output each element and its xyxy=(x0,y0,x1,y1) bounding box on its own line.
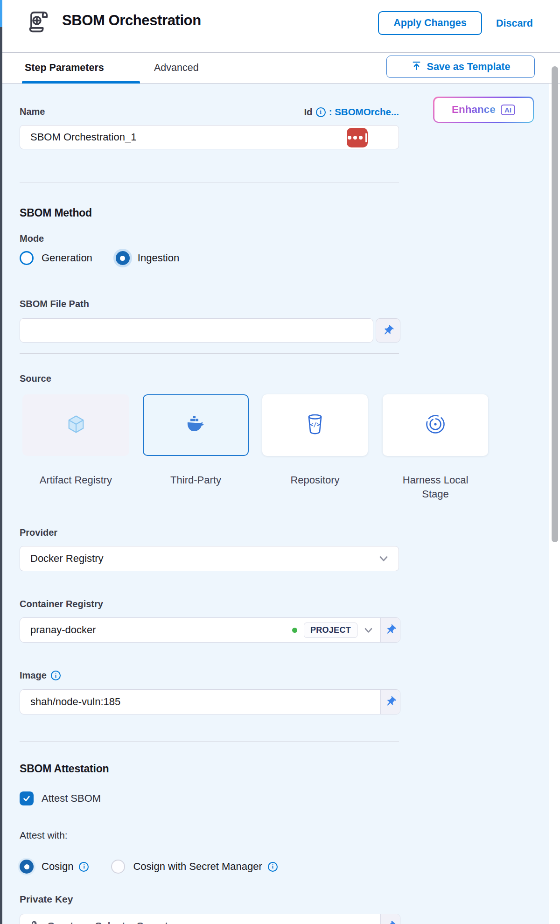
radio-dot xyxy=(24,864,29,869)
container-registry-input-group: pranay-docker PROJECT xyxy=(20,617,400,643)
divider xyxy=(20,741,399,742)
dot xyxy=(353,136,357,140)
dot xyxy=(348,136,351,140)
dot xyxy=(359,136,363,140)
container-registry-value: pranay-docker xyxy=(30,624,286,636)
chevron-down-icon[interactable] xyxy=(379,553,388,565)
attest-with-label: Attest with: xyxy=(20,830,68,841)
image-pin-button[interactable] xyxy=(380,690,400,714)
source-label: Source xyxy=(20,373,51,384)
sbom-orchestration-panel: SBOM Orchestration Apply Changes Discard… xyxy=(0,0,560,924)
cube-icon xyxy=(65,413,87,437)
svg-text:</>: </> xyxy=(310,421,320,428)
radio-cosign[interactable] xyxy=(20,860,34,874)
source-card-harness-local-stage[interactable] xyxy=(383,394,488,456)
discard-button[interactable]: Discard xyxy=(496,18,533,29)
private-key-pin-button[interactable] xyxy=(380,914,400,924)
docker-icon xyxy=(184,414,208,436)
provider-value: Docker Registry xyxy=(30,553,103,565)
radio-generation[interactable] xyxy=(20,251,34,265)
ai-badge: AI xyxy=(501,105,515,115)
image-value: shah/node-vuln:185 xyxy=(30,696,373,708)
private-key-secret-input[interactable]: Create or Select a Secret xyxy=(20,914,380,924)
mode-radio-group: Generation Ingestion xyxy=(20,251,179,265)
mode-label: Mode xyxy=(20,233,44,244)
apply-changes-button[interactable]: Apply Changes xyxy=(378,11,482,35)
divider xyxy=(20,182,399,182)
container-registry-pin-button[interactable] xyxy=(380,618,400,642)
sbom-attestation-heading: SBOM Attestation xyxy=(20,763,109,775)
step-id-row: Id : SBOMOrche... xyxy=(224,106,399,118)
source-card-label: Repository xyxy=(262,473,368,487)
key-icon xyxy=(30,919,42,924)
image-input[interactable]: shah/node-vuln:185 xyxy=(20,690,380,714)
provider-select[interactable]: Docker Registry xyxy=(20,546,399,571)
save-as-template-button[interactable]: Save as Template xyxy=(386,56,535,78)
radio-cosign-secret-manager[interactable] xyxy=(111,860,125,874)
enhance-ai-button-inner: Enhance AI xyxy=(434,98,533,122)
name-input-value: SBOM Orchestration_1 xyxy=(30,131,136,143)
chevron-down-icon[interactable] xyxy=(364,624,373,636)
source-card-artifact-registry[interactable] xyxy=(22,394,129,456)
page-title: SBOM Orchestration xyxy=(62,12,201,29)
container-registry-input[interactable]: pranay-docker PROJECT xyxy=(20,618,380,642)
tab-advanced[interactable]: Advanced xyxy=(154,53,199,83)
attest-sbom-label[interactable]: Attest SBOM xyxy=(42,792,101,805)
attest-sbom-row: Attest SBOM xyxy=(20,791,101,805)
image-info-icon[interactable] xyxy=(51,671,61,680)
step-id-value[interactable]: : SBOMOrche... xyxy=(329,106,399,118)
scrollbar-thumb[interactable] xyxy=(552,66,558,542)
repository-icon: </> xyxy=(305,413,325,437)
source-card-label: Third-Party xyxy=(143,473,249,487)
id-info-icon[interactable] xyxy=(316,107,326,117)
radio-generation-label[interactable]: Generation xyxy=(42,252,92,264)
sbom-scroll-icon xyxy=(26,8,53,35)
header: SBOM Orchestration Apply Changes Discard xyxy=(2,0,560,52)
sbom-file-path-pin-button[interactable] xyxy=(376,318,400,343)
name-input[interactable]: SBOM Orchestration_1 xyxy=(20,125,399,149)
save-as-template-label: Save as Template xyxy=(427,61,511,73)
source-card-label: Artifact Registry xyxy=(22,473,129,487)
enhance-ai-button[interactable]: Enhance AI xyxy=(433,97,534,123)
source-card-repository[interactable]: </> xyxy=(262,394,368,456)
radio-dot xyxy=(120,256,125,261)
tab-step-parameters[interactable]: Step Parameters xyxy=(25,53,104,83)
attest-sbom-checkbox[interactable] xyxy=(20,791,34,805)
private-key-label: Private Key xyxy=(20,894,73,905)
radio-ingestion[interactable] xyxy=(116,251,130,265)
cosign-info-icon[interactable] xyxy=(79,862,89,872)
radio-ingestion-label[interactable]: Ingestion xyxy=(138,252,179,264)
radio-cosign-label[interactable]: Cosign xyxy=(42,861,73,873)
radio-cosign-secret-manager-label[interactable]: Cosign with Secret Manager xyxy=(133,861,262,873)
container-registry-label: Container Registry xyxy=(20,599,103,609)
attest-with-radio-group: Cosign Cosign with Secret Manager xyxy=(20,860,278,874)
cosign-secret-manager-info-icon[interactable] xyxy=(268,862,278,872)
image-label-row: Image xyxy=(20,670,61,681)
source-card-third-party[interactable] xyxy=(143,394,249,456)
scope-badge: PROJECT xyxy=(304,623,357,638)
sbom-method-heading: SBOM Method xyxy=(20,207,92,219)
source-card-label: Harness Local Stage xyxy=(390,473,481,501)
image-input-group: shah/node-vuln:185 xyxy=(20,689,400,714)
id-prefix-label: Id xyxy=(304,106,312,118)
provider-label: Provider xyxy=(20,527,57,538)
name-label: Name xyxy=(20,106,45,117)
sbom-file-path-label: SBOM File Path xyxy=(20,299,89,309)
tab-bar: Step Parameters Advanced Save as Templat… xyxy=(2,52,560,84)
connector-status-dot xyxy=(292,628,297,633)
stage-icon xyxy=(424,413,447,437)
password-manager-extension-icon[interactable] xyxy=(347,128,368,147)
image-label: Image xyxy=(20,670,47,681)
private-key-secret-value: Create or Select a Secret xyxy=(47,920,168,924)
cursor-bar xyxy=(365,133,367,142)
sbom-file-path-input[interactable] xyxy=(20,318,373,343)
upload-icon xyxy=(411,60,422,74)
private-key-input-group: Create or Select a Secret xyxy=(20,914,400,924)
enhance-label: Enhance xyxy=(452,104,496,116)
divider xyxy=(20,353,399,354)
